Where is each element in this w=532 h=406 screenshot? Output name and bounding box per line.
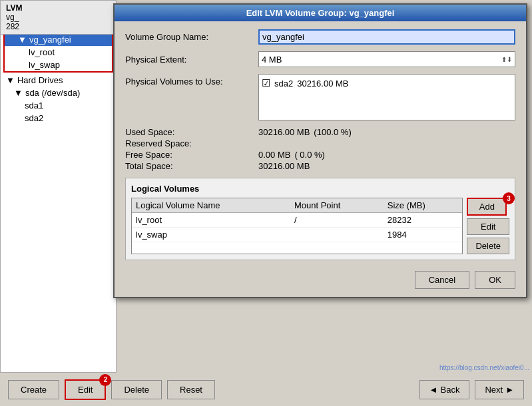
pv-list-label: Physical Volumes to Use: [125, 74, 258, 87]
sidebar-item-sda1[interactable]: sda1 [1, 99, 116, 112]
free-space-value: 0.00 MB [258, 150, 290, 160]
lv-col-size: Size (MB) [384, 198, 463, 213]
expand-icon-vg: ▼ [18, 35, 27, 45]
lv-buttons: Add 3 Edit Delete [467, 198, 509, 254]
sda1-label: sda1 [25, 101, 43, 110]
pv-size: 30216.00 MB [297, 79, 348, 89]
sidebar-item-lv-swap[interactable]: lv_swap [5, 59, 112, 71]
physical-extent-label: Physical Extent: [125, 55, 258, 65]
next-arrow-icon: ► [505, 385, 514, 395]
lv-section: Logical Volumes Logical Volume Name Moun… [125, 178, 515, 260]
free-space-row: Free Space: 0.00 MB ( 0.0 %) [125, 150, 515, 160]
expand-icon-hd: ▼ [6, 75, 15, 85]
pv-list-item[interactable]: ☑ sda2 30216.00 MB [262, 77, 512, 89]
lvm-info-box: LVM vg_ 282 [0, 0, 117, 35]
pv-list: ☑ sda2 30216.00 MB [258, 74, 515, 120]
add-badge: 3 [503, 192, 515, 204]
select-arrow-icon: ⬆⬇ [501, 56, 512, 63]
hard-drives-label: Hard Drives [17, 75, 63, 85]
reset-button[interactable]: Reset [167, 380, 215, 399]
pv-list-row: Physical Volumes to Use: ☑ sda2 30216.00… [125, 74, 515, 120]
back-button[interactable]: ◄ Back [419, 380, 470, 399]
next-button[interactable]: Next ► [475, 380, 524, 399]
lvm-info-label: LVM [6, 3, 111, 13]
edit-badge: 2 [99, 374, 111, 386]
physical-extent-select[interactable]: 4 MB ⬆⬇ [258, 51, 515, 67]
lv-mount-lv-root: / [290, 213, 384, 228]
ok-button[interactable]: OK [475, 271, 515, 289]
pv-name: sda2 [274, 79, 293, 89]
used-space-label: Used Space: [125, 127, 258, 137]
create-button[interactable]: Create [8, 380, 59, 399]
expand-icon-sda: ▼ [14, 88, 23, 98]
total-space-label: Total Space: [125, 161, 258, 171]
used-space-value: 30216.00 MB [258, 127, 310, 137]
vg-name-row: Volume Group Name: [125, 29, 515, 45]
pv-checkbox[interactable]: ☑ [262, 77, 270, 89]
reserved-space-row: Reserved Space: [125, 138, 515, 148]
sda-label: sda (/dev/sda) [25, 88, 80, 98]
lv-mount-lv-swap [290, 228, 384, 242]
lv-root-label: lv_root [29, 47, 55, 57]
delete-button[interactable]: Delete [111, 380, 162, 399]
modal-dialog: Edit LVM Volume Group: vg_yangfei Volume… [113, 3, 527, 298]
lv-name-lv-swap: lv_swap [132, 228, 290, 242]
modal-action-buttons: Cancel OK [125, 267, 515, 289]
free-space-label: Free Space: [125, 150, 258, 160]
lv-col-mount: Mount Point [290, 198, 384, 213]
reserved-space-label: Reserved Space: [125, 138, 258, 148]
sidebar-item-hard-drives[interactable]: ▼ Hard Drives [1, 74, 116, 87]
lv-col-name: Logical Volume Name [132, 198, 290, 213]
lv-size-lv-swap: 1984 [384, 228, 463, 242]
physical-extent-row: Physical Extent: 4 MB ⬆⬇ [125, 51, 515, 67]
sidebar-item-sda2[interactable]: sda2 [1, 112, 116, 124]
vg-name-input[interactable] [258, 29, 515, 45]
sidebar: Device ▼ LVM Volume Groups 1 ▼ vg_yangfe… [0, 0, 117, 373]
bottom-toolbar: Create Edit 2 Delete Reset ◄ Back Next ► [0, 373, 532, 406]
watermark: https://blog.csdn.net/xiaofei0... [439, 364, 529, 371]
physical-extent-field: 4 MB ⬆⬇ [258, 51, 515, 67]
lv-swap-label: lv_swap [29, 60, 60, 70]
lv-section-title: Logical Volumes [131, 184, 509, 194]
vg-yangfei-label: vg_yangfei [29, 35, 71, 45]
vg-name-label: Volume Group Name: [125, 32, 258, 42]
lvm-info-size: 282 [6, 22, 111, 31]
modal-body: Volume Group Name: Physical Extent: 4 MB… [115, 21, 526, 297]
table-row[interactable]: lv_root / 28232 [132, 213, 462, 228]
sidebar-item-sda[interactable]: ▼ sda (/dev/sda) [1, 87, 116, 99]
main-panel: Device ▼ LVM Volume Groups 1 ▼ vg_yangfe… [0, 0, 532, 406]
lv-table-area: Logical Volume Name Mount Point Size (MB… [131, 198, 509, 254]
total-space-value: 30216.00 MB [258, 161, 310, 171]
used-space-percent: (100.0 %) [314, 127, 351, 137]
sidebar-item-vg-yangfei[interactable]: ▼ vg_yangfei [5, 33, 112, 46]
next-label: Next [485, 385, 503, 395]
back-arrow-icon: ◄ [429, 385, 438, 395]
delete-lv-button[interactable]: Delete [467, 238, 509, 254]
lv-table: Logical Volume Name Mount Point Size (MB… [131, 198, 463, 254]
lvm-info-vg: vg_ [6, 13, 111, 22]
modal-titlebar: Edit LVM Volume Group: vg_yangfei [115, 5, 526, 21]
sda2-label: sda2 [25, 113, 43, 123]
table-row[interactable]: lv_swap 1984 [132, 228, 462, 242]
total-space-row: Total Space: 30216.00 MB [125, 161, 515, 171]
lv-name-lv-root: lv_root [132, 213, 290, 228]
vg-name-field [258, 29, 515, 45]
space-info: Used Space: 30216.00 MB (100.0 %) Reserv… [125, 127, 515, 171]
lv-size-lv-root: 28232 [384, 213, 463, 228]
edit-lv-button[interactable]: Edit [467, 218, 509, 235]
used-space-row: Used Space: 30216.00 MB (100.0 %) [125, 127, 515, 137]
add-lv-button[interactable]: Add [467, 198, 507, 216]
physical-extent-value: 4 MB [262, 55, 282, 65]
back-label: Back [440, 385, 459, 395]
sidebar-item-lv-root[interactable]: lv_root [5, 46, 112, 59]
cancel-button[interactable]: Cancel [415, 271, 469, 289]
free-space-percent: ( 0.0 %) [294, 150, 325, 160]
